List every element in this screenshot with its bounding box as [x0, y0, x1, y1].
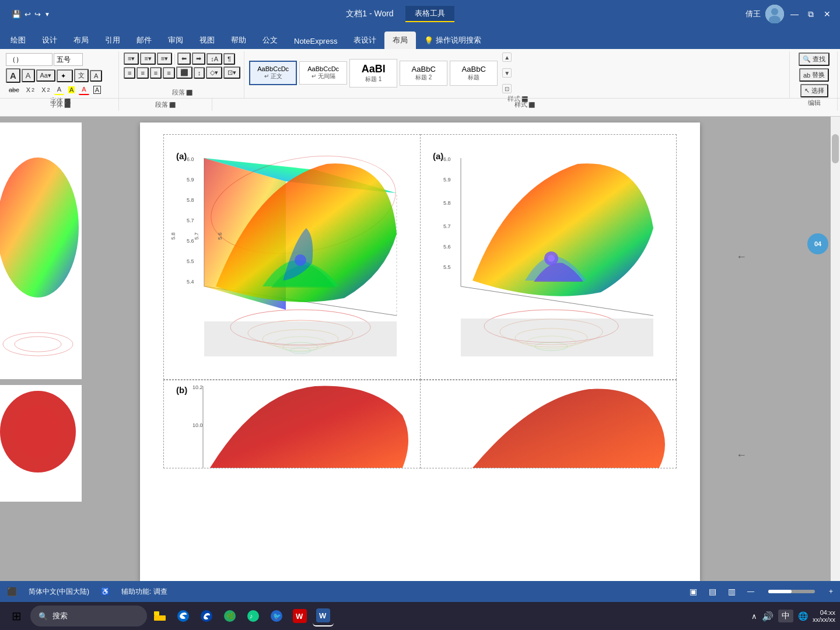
select-button[interactable]: ↖ 选择 [800, 84, 828, 97]
decrease-indent-button[interactable]: ⬅ [177, 52, 191, 65]
font-grow-button[interactable]: A [6, 68, 20, 83]
case-button[interactable]: Aa▾ [36, 69, 55, 82]
indent-button[interactable]: ⬛ [176, 66, 192, 79]
tab-design[interactable]: 设计 [34, 32, 65, 49]
font-size-input[interactable] [54, 53, 83, 66]
taskbar-word[interactable]: W [313, 606, 334, 626]
vertical-scrollbar[interactable] [831, 117, 840, 581]
taskbar-music[interactable]: ♪ [243, 606, 264, 626]
user-avatar[interactable] [765, 5, 784, 23]
tab-noteexpress[interactable]: NoteExpress [286, 33, 345, 49]
tab-view[interactable]: 视图 [191, 32, 223, 49]
tab-draw[interactable]: 绘图 [2, 32, 34, 49]
strikethrough-button[interactable]: abc [6, 85, 22, 94]
para-expand-icon[interactable]: ⬛ [186, 90, 192, 96]
tab-operationhelp[interactable]: 💡 操作说明搜索 [416, 32, 489, 49]
find-button[interactable]: 🔍 查找 [799, 52, 830, 66]
ribbon-labels: 字体 ⬛ 段落 ⬛ 样式 ⬛ [0, 98, 840, 111]
taskbar-edge1[interactable] [173, 606, 194, 626]
minimize-button[interactable]: — [789, 8, 800, 20]
chart-container-b1[interactable]: (b) 10.2 10.0 [164, 380, 420, 468]
style-scroll-more[interactable]: ⊡ [502, 84, 512, 93]
replace-button[interactable]: ab 替换 [799, 68, 829, 82]
show-marks-button[interactable]: ¶ [223, 53, 235, 65]
style-normal[interactable]: AaBbCcDc ↵ 正文 [249, 61, 297, 85]
line-spacing-button[interactable]: ↕ [194, 67, 205, 79]
scrollbar-thumb[interactable] [832, 134, 839, 163]
style-heading1[interactable]: AaBl 标题 1 [349, 59, 397, 88]
zoom-in-icon[interactable]: + [829, 587, 833, 596]
sort-button[interactable]: ↕A [206, 53, 222, 65]
close-button[interactable]: ✕ [821, 8, 833, 20]
highlight-button[interactable]: A [65, 85, 78, 94]
chart-container-a2[interactable]: 6.0 5.9 5.8 5.7 5.6 5.5 (a) [421, 135, 677, 379]
view-reading-icon[interactable]: ▤ [709, 587, 716, 596]
view-layout-icon[interactable]: ▥ [728, 587, 736, 596]
input-method[interactable]: 中 [778, 610, 793, 622]
font-name-input[interactable] [6, 53, 52, 66]
superscript-button[interactable]: X2 [38, 85, 52, 94]
svg-point-59 [201, 610, 212, 622]
text-border-button[interactable]: A [90, 85, 104, 95]
multi-level-button[interactable]: ≡▾ [157, 52, 172, 65]
shade-button[interactable]: ◇▾ [206, 66, 222, 79]
language-info[interactable]: 简体中文(中国大陆) [29, 587, 89, 597]
style-no-space[interactable]: AaBbCcDc ↵ 无间隔 [299, 61, 347, 85]
search-bar[interactable]: 🔍 搜索 [30, 606, 147, 626]
font-shrink-button[interactable]: A [22, 69, 35, 82]
view-normal-icon[interactable]: ▣ [690, 587, 697, 596]
redo-icon[interactable]: ↪ [34, 10, 41, 19]
taskbar-explorer[interactable] [149, 606, 170, 626]
volume-icon[interactable]: 🔊 [762, 611, 774, 622]
para-expand-btn[interactable]: ⬛ [169, 102, 176, 108]
style-scroll-down[interactable]: ▼ [502, 68, 512, 78]
taskbar-app4[interactable]: 🌿 [219, 606, 240, 626]
align-justify-button[interactable]: ≡ [163, 67, 174, 79]
tab-tablelayout[interactable]: 布局 [384, 32, 416, 49]
customize-icon[interactable]: ▼ [44, 11, 50, 18]
font-color-button[interactable]: A [54, 85, 64, 95]
increase-indent-button[interactable]: ➡ [192, 52, 205, 65]
tab-layout[interactable]: 布局 [65, 32, 97, 49]
zoom-out-icon[interactable]: — [747, 587, 754, 596]
table-cell-a1: 5.9 5.8 5.7 5.6 6.0 5.9 5.8 5.7 5.6 5.5 … [164, 135, 421, 380]
char-format-button[interactable]: A [90, 70, 102, 82]
ribbon-row1: A A Aa▾ ✦ 文 A abc X2 X2 A A [0, 51, 840, 98]
border-button[interactable]: ⊡▾ [223, 66, 240, 79]
align-right-button[interactable]: ≡ [150, 67, 162, 79]
expand-tray-icon[interactable]: ∧ [751, 612, 757, 621]
taskbar-edge2[interactable] [196, 606, 217, 626]
tab-tabledesign[interactable]: 表设计 [345, 32, 384, 49]
styles-expand-btn[interactable]: ⬛ [528, 102, 535, 108]
clock[interactable]: 04:xx xx/xx/xx [813, 609, 835, 623]
bullet-list-button[interactable]: ≡▾ [124, 52, 139, 65]
subscript-button[interactable]: X2 [23, 85, 37, 94]
clear-format-button[interactable]: ✦ [57, 69, 73, 82]
chart-container-b2[interactable] [421, 380, 677, 468]
accessibility-btn[interactable]: 辅助功能: 调查 [121, 587, 167, 597]
start-button[interactable]: ⊞ [5, 604, 28, 628]
tab-text[interactable]: 公文 [254, 32, 286, 49]
align-left-button[interactable]: ≡ [124, 67, 135, 79]
tab-review[interactable]: 审阅 [160, 32, 191, 49]
number-list-button[interactable]: ≡▾ [140, 52, 155, 65]
align-center-button[interactable]: ≡ [136, 67, 148, 79]
undo-icon[interactable]: ↩ [24, 10, 31, 19]
taskbar-bird[interactable]: 🐦 [266, 606, 287, 626]
float-button[interactable]: 04 [807, 233, 828, 254]
network-icon[interactable]: 🌐 [798, 611, 808, 621]
save-icon[interactable]: 💾 [12, 10, 21, 19]
tab-mail[interactable]: 邮件 [128, 32, 160, 49]
restore-button[interactable]: ⧉ [805, 8, 817, 20]
tab-reference[interactable]: 引用 [97, 32, 128, 49]
tab-help[interactable]: 帮助 [223, 32, 254, 49]
style-scroll-up[interactable]: ▲ [502, 52, 512, 62]
char-button[interactable]: 文 [74, 69, 89, 82]
style-heading2[interactable]: AaBbC 标题 2 [400, 61, 447, 86]
font-expand-btn[interactable]: ⬛ [64, 102, 71, 108]
chart-container-a1[interactable]: 5.9 5.8 5.7 5.6 6.0 5.9 5.8 5.7 5.6 5.5 … [164, 135, 420, 379]
taskbar-wps[interactable]: W [289, 606, 310, 626]
text-color-button[interactable]: A [79, 85, 89, 95]
style-title[interactable]: AaBbC 标题 [450, 61, 498, 86]
zoom-slider[interactable] [768, 590, 815, 593]
